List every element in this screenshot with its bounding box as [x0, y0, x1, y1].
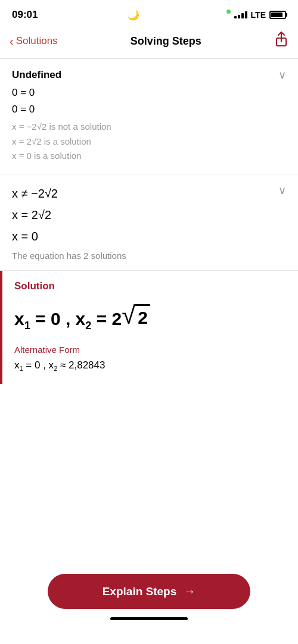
gray-line-1: x = −2√2 is not a solution — [12, 120, 286, 134]
explain-steps-label: Explain Steps — [103, 585, 177, 598]
lte-label: LTE — [251, 10, 266, 20]
solution-main: x1 = 0 , x2 = 2√2 — [14, 301, 286, 333]
battery-fill — [271, 12, 283, 17]
nav-bar: ‹ Solutions Solving Steps — [0, 26, 298, 59]
eq-line-2: 0 = 0 — [12, 102, 286, 117]
moon-icon: 🌙 — [128, 10, 139, 21]
signal-dot — [226, 10, 231, 14]
bar4 — [245, 11, 247, 18]
battery-icon — [269, 11, 286, 19]
solutions-note: The equation has 2 solutions — [12, 251, 126, 261]
bottom-area: Explain Steps → — [0, 562, 298, 644]
result-line-1: x ≠ −2√2 — [12, 184, 126, 203]
alt-form-label: Alternative Form — [14, 345, 286, 355]
back-label[interactable]: Solutions — [16, 35, 58, 47]
bar2 — [238, 15, 240, 18]
explain-steps-button[interactable]: Explain Steps → — [48, 574, 250, 609]
bar3 — [241, 13, 244, 18]
gray-line-2: x = 2√2 is a solution — [12, 135, 286, 149]
content: Undefined ∨ 0 = 0 0 = 0 x = −2√2 is not … — [0, 59, 298, 384]
solution-label: Solution — [14, 280, 286, 292]
collapse-chevron-icon[interactable]: ∨ — [278, 68, 286, 82]
status-icons: LTE — [226, 10, 286, 20]
signal-bars — [234, 11, 247, 18]
arrow-icon: → — [184, 584, 195, 598]
results-chevron-icon[interactable]: ∨ — [278, 184, 286, 197]
result-line-2: x = 2√2 — [12, 205, 126, 224]
alt-form-text: x1 = 0 , x2 ≈ 2,82843 — [14, 359, 286, 372]
results-section: x ≠ −2√2 x = 2√2 x = 0 The equation has … — [0, 174, 298, 271]
gray-line-3: x = 0 is a solution — [12, 149, 286, 163]
result-line-3: x = 0 — [12, 227, 126, 246]
bar1 — [234, 16, 237, 18]
page-title: Solving Steps — [131, 35, 201, 48]
share-icon[interactable] — [274, 31, 288, 51]
undefined-title: Undefined — [12, 69, 61, 81]
status-bar: 09:01 🌙 LTE — [0, 0, 298, 26]
back-chevron-icon: ‹ — [10, 35, 14, 47]
eq-line-1: 0 = 0 — [12, 85, 286, 101]
solution-section: Solution x1 = 0 , x2 = 2√2 Alternative F… — [0, 271, 298, 384]
undefined-section: Undefined ∨ 0 = 0 0 = 0 x = −2√2 is not … — [0, 59, 298, 174]
solution-wrapper: Solution x1 = 0 , x2 = 2√2 Alternative F… — [0, 271, 298, 384]
back-button[interactable]: ‹ Solutions — [10, 35, 58, 47]
status-time: 09:01 — [12, 9, 38, 21]
undefined-header: Undefined ∨ — [12, 68, 286, 82]
home-indicator — [110, 617, 188, 620]
